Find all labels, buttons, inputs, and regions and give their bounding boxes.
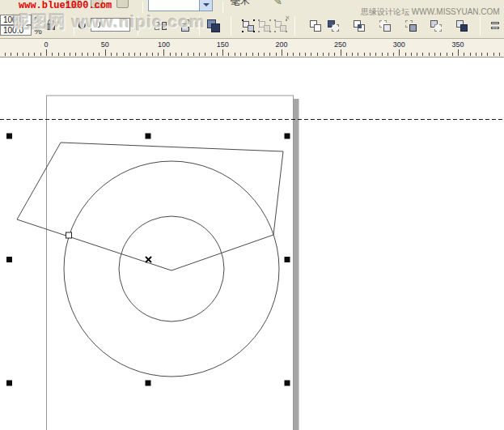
ruler-tick	[382, 53, 383, 56]
ruler-tick	[264, 53, 265, 56]
ruler-tick	[447, 53, 447, 56]
group-button[interactable]	[242, 19, 255, 32]
ruler-tick	[228, 53, 229, 56]
ruler-tick	[399, 49, 400, 56]
ungroup-all-icon	[280, 25, 286, 32]
ruler-tick	[328, 53, 329, 56]
back-minus-front-icon	[434, 24, 442, 32]
ruler-tick	[305, 53, 306, 56]
ruler-tick	[181, 53, 182, 56]
align-distribute-button[interactable]	[489, 19, 502, 32]
ruler-tick	[411, 53, 412, 56]
ruler-tick	[311, 53, 311, 56]
trim-icon	[332, 24, 339, 32]
ruler-tick	[40, 53, 41, 56]
intersect-button[interactable]	[353, 19, 366, 32]
ruler-tick	[246, 53, 247, 56]
ruler-tick	[52, 53, 53, 56]
weld-button[interactable]	[309, 19, 322, 32]
ruler-tick	[240, 53, 241, 56]
import-icon[interactable]	[116, 0, 129, 8]
ruler-tick	[140, 53, 141, 56]
chevron-down-icon	[203, 3, 210, 6]
ruler-tick	[375, 53, 376, 56]
ruler-tick	[5, 53, 6, 56]
ruler-tick	[299, 53, 300, 56]
ruler-tick	[434, 53, 435, 56]
create-boundary-button[interactable]	[455, 19, 468, 32]
front-minus-back-button[interactable]	[404, 19, 417, 32]
ruler-tick	[341, 49, 341, 56]
create-boundary-icon	[460, 24, 468, 32]
ruler-label: 50	[101, 40, 109, 49]
ruler-tick	[252, 53, 253, 56]
selection-handle[interactable]	[146, 381, 151, 386]
drawing-canvas[interactable]	[0, 58, 504, 430]
selection-handle[interactable]	[285, 257, 290, 262]
ruler-tick	[499, 53, 500, 56]
ruler-tick	[28, 53, 29, 56]
ruler-tick	[58, 53, 59, 56]
ruler-tick	[188, 53, 188, 56]
ruler-tick	[269, 53, 270, 56]
ruler-tick	[458, 49, 459, 56]
align-distribute-icon	[491, 27, 499, 29]
intersect-icon	[358, 24, 362, 28]
group-icon	[242, 19, 244, 21]
ruler-tick	[481, 53, 482, 56]
selection-handle[interactable]	[6, 257, 12, 262]
ungroup-button[interactable]	[258, 19, 271, 32]
ruler-tick	[199, 53, 200, 56]
ruler-tick	[222, 49, 223, 56]
ruler-tick	[358, 53, 358, 56]
selection-handle[interactable]	[6, 134, 12, 139]
selection-handle[interactable]	[6, 381, 12, 386]
combobox-value[interactable]	[149, 0, 199, 11]
ungroup-all-button[interactable]	[274, 19, 287, 32]
ruler-tick	[205, 53, 205, 56]
ruler-tick	[493, 53, 494, 56]
ruler-label: 200	[275, 40, 287, 49]
ruler-tick	[99, 53, 100, 56]
ruler-tick	[64, 53, 65, 56]
ruler-tick	[352, 53, 353, 56]
ruler-tick	[75, 53, 76, 56]
ruler-tick	[282, 49, 282, 56]
combobox-dropdown-button[interactable]	[199, 0, 212, 11]
selection-handle[interactable]	[285, 381, 290, 386]
trim-button[interactable]	[327, 19, 340, 32]
curve-node[interactable]	[66, 232, 72, 238]
horizontal-ruler[interactable]: 050100150200250300350	[0, 39, 504, 57]
simplify-button[interactable]	[379, 19, 392, 32]
ruler-tick	[46, 49, 47, 56]
ruler-tick	[82, 53, 83, 56]
ruler-tick	[429, 53, 430, 56]
ruler-tick	[17, 53, 18, 56]
zoom-level-combobox[interactable]	[148, 0, 213, 11]
page	[47, 96, 294, 430]
ruler-tick	[470, 53, 471, 56]
combine-icon	[211, 23, 220, 32]
ruler-label: 350	[452, 40, 464, 49]
ruler-label: 150	[217, 40, 229, 49]
pen-edit-icon[interactable]: ✎	[273, 0, 282, 7]
ruler-tick	[158, 53, 159, 56]
ruler-tick	[287, 53, 288, 56]
ruler-tick	[116, 53, 117, 56]
ruler-tick	[211, 53, 212, 56]
ruler-tick	[123, 53, 124, 56]
ruler-tick	[34, 53, 35, 56]
selection-handle[interactable]	[146, 134, 151, 139]
ruler-tick	[417, 53, 417, 56]
back-minus-front-button[interactable]	[430, 19, 443, 32]
ruler-tick	[452, 53, 453, 56]
ruler-tick	[440, 53, 441, 56]
ruler-tick	[405, 53, 406, 56]
ungroup-icon	[264, 25, 270, 32]
selection-handle[interactable]	[285, 134, 290, 139]
ruler-tick	[87, 53, 88, 56]
coreldraw-window: 毫米 ✎ 100.0 100.0 % % ↻ .0 05010015020025…	[0, 0, 504, 430]
combine-button[interactable]	[207, 19, 220, 32]
ruler-tick	[476, 53, 476, 56]
ruler-tick	[487, 53, 488, 56]
